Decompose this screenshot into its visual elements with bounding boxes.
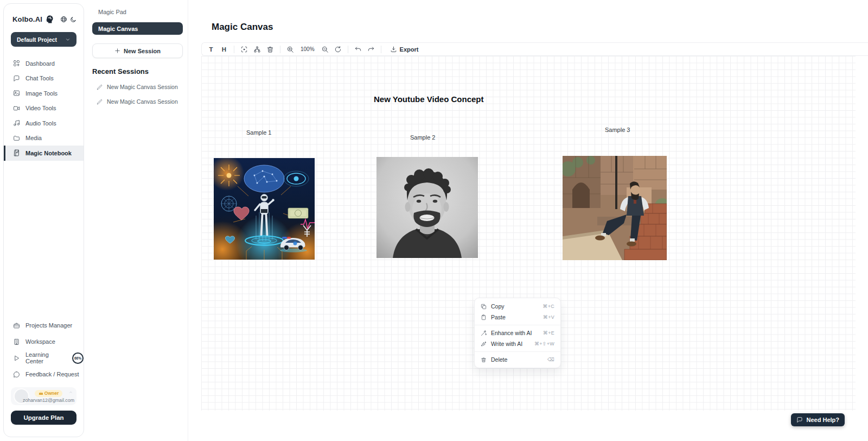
image-icon <box>13 90 20 97</box>
canvas-heading-text[interactable]: New Youtube Video Concept <box>374 94 484 104</box>
sidebar-item-label: Chat Tools <box>25 75 54 81</box>
sidebar-item-image-tools[interactable]: Image Tools <box>4 86 84 101</box>
sparkles-icon <box>481 341 487 347</box>
context-menu-label: Delete <box>491 356 507 363</box>
magic-canvas-grid[interactable]: New Youtube Video Concept Sample 1 Sampl… <box>201 56 856 411</box>
sample-2-image-bw-portrait[interactable] <box>376 157 478 258</box>
new-session-label: New Session <box>124 48 161 54</box>
sidebar-item-label: Learning Center <box>25 351 66 364</box>
upgrade-plan-button[interactable]: Upgrade Plan <box>11 411 76 425</box>
select-region-button[interactable] <box>238 44 250 54</box>
brand-logo: Kolbo.AI <box>12 15 42 23</box>
tab-magic-pad[interactable]: Magic Pad <box>85 0 188 15</box>
sidebar-item-label: Audio Tools <box>25 120 56 127</box>
sidebar-item-chat-tools[interactable]: Chat Tools <box>4 71 84 86</box>
chat-bubble-icon <box>796 417 803 423</box>
sidebar-item-magic-notebook[interactable]: Magic Notebook <box>4 146 84 161</box>
sidebar-item-video-tools[interactable]: Video Tools <box>4 101 84 116</box>
context-menu-item-write-with-ai[interactable]: Write with AI ⌘+⇧+W <box>475 338 560 349</box>
redo-icon <box>367 46 375 53</box>
audio-icon <box>13 119 20 127</box>
context-menu-label: Paste <box>491 314 506 320</box>
context-menu-shortcut: ⌘+V <box>543 314 554 320</box>
sidebar-item-audio-tools[interactable]: Audio Tools <box>4 116 84 131</box>
page-title: Magic Canvas <box>212 22 273 33</box>
new-session-button[interactable]: New Session <box>92 43 183 58</box>
paste-icon <box>481 314 487 320</box>
project-selector-label: Default Project <box>17 36 57 43</box>
video-icon <box>13 105 20 112</box>
globe-icon[interactable] <box>60 16 67 23</box>
session-panel: Magic Pad Magic Canvas New Session Recen… <box>85 0 188 441</box>
sample-1-image-ai-robot-collage[interactable] <box>214 158 315 260</box>
sidebar-footer-nav: Projects Manager Workspace Learning Cent… <box>4 317 84 382</box>
session-item-label: New Magic Canvas Session <box>107 98 178 105</box>
sidebar-item-learning-center[interactable]: Learning Center 66% <box>4 350 84 366</box>
plus-icon <box>114 48 120 54</box>
sidebar-item-workspace[interactable]: Workspace <box>4 333 84 350</box>
sample-2-label[interactable]: Sample 2 <box>410 134 435 141</box>
sample-3-image-man-on-ruins[interactable] <box>563 156 667 260</box>
sidebar-item-label: Image Tools <box>25 90 58 97</box>
sample-3-label[interactable]: Sample 3 <box>605 127 630 133</box>
redo-button[interactable] <box>365 44 377 54</box>
zoom-level[interactable]: 100% <box>297 46 318 52</box>
undo-icon <box>354 46 362 53</box>
trash-icon <box>481 357 487 363</box>
tab-magic-canvas[interactable]: Magic Canvas <box>92 22 183 35</box>
user-account-card[interactable]: Owner zoharvan12@gmail.com <box>11 387 76 405</box>
download-icon <box>390 46 397 53</box>
sidebar-item-dashboard[interactable]: Dashboard <box>4 56 84 71</box>
feedback-icon <box>13 371 20 378</box>
play-icon <box>13 355 20 362</box>
workflow-icon <box>253 46 261 53</box>
context-menu-item-delete[interactable]: Delete ⌫ <box>475 354 560 365</box>
trash-icon <box>266 46 274 53</box>
context-menu-item-enhance-with-ai[interactable]: Enhance with AI ⌘+E <box>475 327 560 338</box>
sidebar-item-label: Video Tools <box>25 105 56 111</box>
sample-1-label[interactable]: Sample 1 <box>246 129 271 136</box>
context-menu-divider <box>475 351 560 352</box>
project-selector[interactable]: Default Project <box>11 32 76 47</box>
need-help-button[interactable]: Need Help? <box>791 413 845 426</box>
upgrade-plan-label: Upgrade Plan <box>23 414 63 421</box>
session-list-item[interactable]: New Magic Canvas Session <box>97 84 188 90</box>
context-menu-item-copy[interactable]: Copy ⌘+C <box>475 301 560 312</box>
session-list-item[interactable]: New Magic Canvas Session <box>97 98 188 105</box>
context-menu: Copy ⌘+C Paste ⌘+V Enhance with AI ⌘+E W… <box>474 298 561 368</box>
sidebar-item-media[interactable]: Media <box>4 131 84 146</box>
toolbar-divider <box>348 46 348 53</box>
toolbar-divider <box>234 46 234 53</box>
context-menu-divider <box>475 325 560 325</box>
user-info: Owner zoharvan12@gmail.com <box>31 390 66 403</box>
moon-icon[interactable] <box>70 16 76 23</box>
workflow-tool-button[interactable] <box>251 44 263 54</box>
context-menu-label: Copy <box>491 303 505 310</box>
sidebar-item-label: Dashboard <box>25 60 55 67</box>
delete-tool-button[interactable] <box>264 44 276 54</box>
sidebar-item-label: Projects Manager <box>25 322 72 329</box>
export-label: Export <box>400 46 419 53</box>
context-menu-shortcut: ⌘+E <box>543 330 554 336</box>
undo-button[interactable] <box>352 44 364 54</box>
building-icon <box>13 338 20 345</box>
sidebar-item-projects-manager[interactable]: Projects Manager <box>4 317 84 333</box>
toolbar-divider <box>280 46 280 53</box>
context-menu-shortcut: ⌘+C <box>542 304 554 309</box>
reset-view-button[interactable] <box>332 44 344 54</box>
text-tool-button[interactable]: T <box>205 44 217 54</box>
wand-icon <box>481 330 487 336</box>
sidebar-item-feedback-request[interactable]: Feedback / Request <box>4 366 84 382</box>
user-email: zoharvan12@gmail.com <box>23 398 74 403</box>
zoom-in-button[interactable] <box>284 44 296 54</box>
zoom-out-button[interactable] <box>319 44 331 54</box>
sidebar: Kolbo.AI Default Project Dashboard Chat … <box>3 3 84 437</box>
pencil-icon <box>97 99 103 105</box>
export-button[interactable]: Export <box>385 46 424 53</box>
context-menu-item-paste[interactable]: Paste ⌘+V <box>475 312 560 323</box>
briefcase-icon <box>13 322 20 329</box>
heading-tool-button[interactable]: H <box>218 44 230 54</box>
zoom-out-icon <box>321 46 329 53</box>
tab-magic-canvas-label: Magic Canvas <box>98 26 138 32</box>
recent-sessions-heading: Recent Sessions <box>92 67 188 75</box>
